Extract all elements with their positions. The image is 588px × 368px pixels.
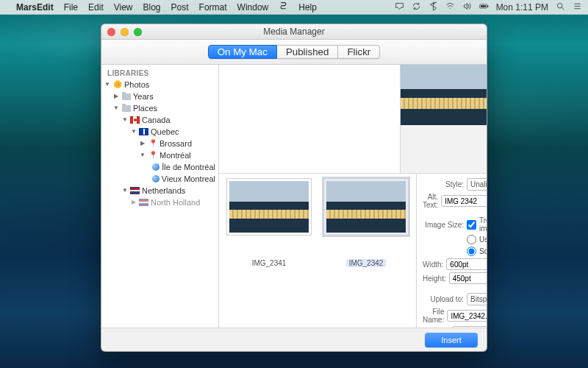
menubar-app-name[interactable]: MarsEdit [16,2,54,13]
tree-label: Netherlands [142,185,185,197]
upload-to-label: Upload to: [423,295,464,303]
width-label: Width: [423,261,443,269]
tree-item-canada[interactable]: ▼ Canada [101,114,218,126]
menubar-item-view[interactable]: View [114,2,133,13]
use-full-size-label: Use full size [479,236,487,244]
menubar-item-window[interactable]: Window [237,2,269,13]
tree-item-north-holland[interactable]: ▶ North Holland [101,197,218,208]
media-manager-window: Media Manager On My Mac Published Flickr… [101,24,487,352]
menubar-item-file[interactable]: File [64,2,78,13]
height-label: Height: [423,275,446,283]
tree-label: Places [133,102,157,114]
width-input[interactable] [446,258,487,270]
menubar-item-help[interactable]: Help [298,2,317,13]
retina-checkbox[interactable] [467,220,476,230]
style-label: Style: [423,180,464,188]
style-select[interactable]: Unaligned [467,178,487,191]
image-thumbnail [229,181,309,233]
height-input[interactable] [449,272,487,284]
upload-to-select[interactable]: Bitsplitting [467,293,487,305]
use-full-size-radio[interactable] [467,235,476,244]
insert-button[interactable]: Insert [425,333,478,347]
tree-item-ile-de-montreal[interactable]: Île de Montréal [101,161,218,173]
libraries-sidebar: LIBRARIES ▼🌼 Photos ▶ Years ▼ Places [101,65,219,328]
mac-menubar: MarsEdit File Edit View Blog Post Format… [0,0,588,15]
tab-on-my-mac[interactable]: On My Mac [208,45,277,59]
thumbnail-item[interactable]: IMG_2341 [226,178,312,267]
preview-thumbnail [401,65,487,125]
folder-icon [121,92,131,102]
tree-label: Montréal [159,149,191,161]
flag-icon [139,198,148,208]
zoom-button[interactable] [134,28,142,36]
tree-item-years[interactable]: ▶ Years [101,91,218,102]
image-thumbnail [326,181,406,233]
upload-to-value: Bitsplitting [470,295,487,303]
tree-label: Canada [142,114,171,126]
alt-text-input[interactable] [441,195,487,207]
sync-icon[interactable] [412,1,421,13]
sidebar-header: LIBRARIES [101,68,218,79]
close-button[interactable] [107,28,115,36]
spotlight-icon[interactable] [556,1,565,13]
svg-rect-1 [481,5,486,7]
globe-icon [152,174,159,184]
svg-rect-2 [487,5,488,7]
tab-flickr[interactable]: Flickr [338,45,380,59]
thumbnail-caption: IMG_2342 [346,259,387,267]
pin-icon: 📍 [148,139,157,149]
svg-point-3 [557,3,562,8]
battery-icon[interactable] [479,1,489,13]
tree-item-brossard[interactable]: ▶📍 Brossard [101,138,218,149]
style-value: Unaligned [470,180,487,188]
tree-item-photos[interactable]: ▼🌼 Photos [101,79,218,91]
window-toolbar: On My Mac Published Flickr [101,40,487,65]
window-title: Media Manager [263,26,324,37]
scale-to-size-radio[interactable] [467,247,476,256]
preview-pane [400,65,487,173]
alt-text-label: Alt. Text: [423,193,438,209]
tree-label: Photos [124,79,149,91]
flag-canada-icon [130,116,140,125]
thumbnail-caption: IMG_2341 [252,259,287,267]
menubar-item-format[interactable]: Format [199,2,227,13]
menubar-clock[interactable]: Mon 1:11 PM [496,2,548,13]
flag-netherlands-icon [130,186,140,196]
flag-quebec-icon [139,127,148,137]
tab-published[interactable]: Published [277,45,339,59]
tree-item-netherlands[interactable]: ▼ Netherlands [101,185,218,197]
menubar-item-edit[interactable]: Edit [88,2,104,13]
file-name-input[interactable] [447,310,487,322]
pin-icon: 📍 [148,151,157,160]
globe-icon [152,163,159,172]
photos-icon: 🌼 [112,80,122,90]
file-name-label: File Name: [423,308,444,324]
volume-icon[interactable] [462,1,472,13]
minimize-button[interactable] [121,28,129,36]
menubar-item-blog[interactable]: Blog [143,2,161,13]
bluetooth-icon[interactable] [429,1,438,13]
tree-label: Vieux Montreal [162,173,215,185]
airplay-icon[interactable] [395,1,404,13]
thumbnail-item-selected[interactable]: IMG_2342 [323,178,409,267]
tree-item-places[interactable]: ▼ Places [101,102,218,114]
window-footer: Insert [101,328,487,351]
window-titlebar[interactable]: Media Manager [101,24,487,40]
retina-label: Treat as Retina image [479,216,487,233]
tree-label: Île de Montréal [162,161,215,173]
image-size-label: Image Size: [423,221,464,229]
tree-label: North Holland [151,197,200,208]
menubar-item-post[interactable]: Post [171,2,189,13]
folder-icon [121,104,131,113]
source-segmented-control: On My Mac Published Flickr [208,45,381,59]
tree-label: Quebec [151,126,179,138]
script-menu-icon[interactable] [279,1,288,13]
notification-center-icon[interactable] [573,1,582,13]
thumbnail-grid: IMG_2341 IMG_2342 [219,174,416,352]
tree-item-montreal[interactable]: ▼📍 Montréal [101,149,218,161]
upper-blank-area [219,65,400,173]
tree-item-vieux-montreal[interactable]: Vieux Montreal [101,173,218,185]
tree-item-quebec[interactable]: ▼ Quebec [101,126,218,138]
wifi-icon[interactable] [445,1,455,13]
image-inspector: Style: Unaligned Alt. Text: Image Size: [416,174,487,352]
